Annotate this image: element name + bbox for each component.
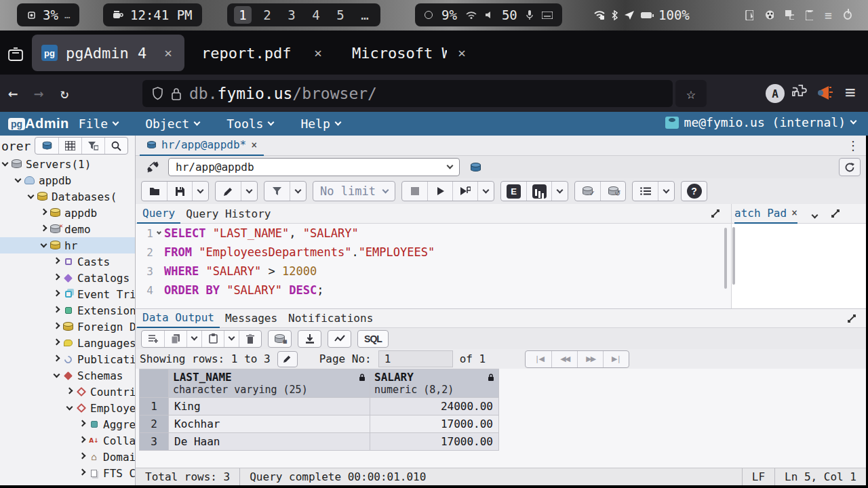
- tab-data-output[interactable]: Data Output: [137, 308, 220, 328]
- connection-select[interactable]: hr/app@appdb: [168, 158, 460, 176]
- close-icon[interactable]: ×: [251, 139, 257, 151]
- workspace-3[interactable]: 3: [283, 6, 300, 24]
- chevron-down-icon[interactable]: [15, 176, 22, 182]
- tree-item-publications[interactable]: Publications: [0, 351, 135, 367]
- page-no-input[interactable]: [378, 350, 453, 367]
- paste-menu-chevron[interactable]: [224, 331, 239, 347]
- limit-select[interactable]: No limit: [313, 181, 395, 201]
- tree-item-appdb[interactable]: appdb: [0, 172, 135, 188]
- chevron-right-icon[interactable]: [41, 208, 47, 215]
- save-data-button[interactable]: ▪: [269, 331, 291, 347]
- chevron-right-icon[interactable]: [54, 354, 60, 361]
- cell-last-name[interactable]: King: [169, 398, 370, 415]
- extension-a-badge[interactable]: A: [766, 84, 785, 103]
- explain-analyze-button[interactable]: [526, 182, 551, 201]
- open-file-button[interactable]: [142, 182, 167, 201]
- tree-item-casts[interactable]: Casts: [0, 253, 135, 270]
- kebab-menu-icon[interactable]: ⋮: [847, 138, 859, 152]
- rollback-button[interactable]: ↺: [600, 182, 625, 201]
- tree-item-hr[interactable]: hr: [0, 237, 135, 253]
- query-tool-tab[interactable]: hr/app@appdb* ×: [140, 136, 264, 156]
- row-number[interactable]: 3: [140, 433, 169, 451]
- query-tool-button[interactable]: [35, 138, 58, 154]
- macro-list-button[interactable]: [633, 182, 658, 201]
- code-line-1[interactable]: 1SELECT "LAST_NAME", "SALARY": [136, 224, 731, 243]
- copy-menu-chevron[interactable]: [186, 331, 201, 347]
- close-icon[interactable]: ×: [455, 45, 469, 61]
- chevron-right-icon[interactable]: [79, 452, 86, 459]
- chevron-down-icon[interactable]: [41, 241, 47, 247]
- chevron-right-icon[interactable]: [54, 306, 60, 312]
- tree-item-event-triggers[interactable]: Event Triggers: [0, 286, 135, 302]
- refresh-layout-button[interactable]: [839, 158, 861, 176]
- menu-tools[interactable]: Tools: [226, 117, 273, 131]
- chevron-right-icon[interactable]: [54, 338, 60, 345]
- workspace-2[interactable]: 2: [258, 6, 276, 24]
- phone-icon[interactable]: [745, 10, 753, 20]
- execute-menu-chevron[interactable]: [477, 182, 494, 201]
- tree-item-servers-1[interactable]: Servers(1): [0, 156, 135, 172]
- workspace-4[interactable]: 4: [307, 6, 325, 24]
- eol-indicator[interactable]: LF: [742, 468, 774, 486]
- chevron-right-icon[interactable]: [41, 224, 47, 231]
- cell-salary[interactable]: 17000.00: [370, 415, 499, 433]
- chevron-right-icon[interactable]: [54, 322, 60, 329]
- tree-item-schemas[interactable]: Schemas: [0, 367, 135, 384]
- tab-messages[interactable]: Messages: [220, 308, 283, 328]
- bookmark-star-button[interactable]: ☆: [675, 80, 707, 107]
- cell-salary[interactable]: 24000.00: [370, 398, 499, 415]
- chevron-down-icon[interactable]: [28, 192, 35, 199]
- code-line-2[interactable]: 2FROM "EmployeesDepartments"."EMPLOYEES": [136, 243, 731, 262]
- chevron-down-icon[interactable]: [54, 371, 60, 378]
- expand-icon[interactable]: [711, 209, 720, 218]
- menu-file[interactable]: File: [79, 117, 118, 131]
- tree-item-fts-configurations[interactable]: FTS Configurations: [0, 465, 135, 481]
- menu-help[interactable]: Help: [300, 117, 340, 131]
- first-page-button[interactable]: ❘◀: [526, 351, 551, 367]
- column-header-last-name[interactable]: LAST_NAME character varying (25): [169, 369, 370, 398]
- tree-item-domains[interactable]: ⌂Domains: [0, 449, 135, 465]
- chevron-down-icon[interactable]: [66, 403, 73, 410]
- scrollbar[interactable]: [724, 228, 727, 289]
- connection-plug-icon[interactable]: [141, 158, 164, 176]
- screenshot-icon[interactable]: [785, 10, 794, 20]
- palette-icon[interactable]: [765, 10, 774, 20]
- close-icon[interactable]: ×: [311, 45, 325, 61]
- sql-editor[interactable]: 1SELECT "LAST_NAME", "SALARY"2FROM "Empl…: [136, 224, 731, 308]
- shield-icon[interactable]: [152, 87, 163, 100]
- browser-tab-pgadmin-4[interactable]: pgpgAdmin 4×: [32, 35, 184, 71]
- cell-salary[interactable]: 17000.00: [370, 433, 499, 451]
- scratch-pad-tab[interactable]: atch Pad ×: [734, 204, 797, 224]
- forward-button[interactable]: →: [26, 84, 52, 103]
- tree-item-employeesdepartments[interactable]: EmployeesDepartments: [0, 400, 135, 416]
- edit-pencil-button[interactable]: [216, 182, 241, 201]
- expand-icon[interactable]: [831, 209, 840, 218]
- edit-menu-chevron[interactable]: [241, 182, 257, 201]
- close-icon[interactable]: ×: [161, 45, 175, 61]
- chevron-right-icon[interactable]: [79, 468, 86, 475]
- tree-item-databases[interactable]: Databases(: [0, 188, 135, 205]
- megaphone-icon[interactable]: [817, 85, 835, 101]
- browser-menu-icon[interactable]: ≡: [845, 82, 856, 102]
- tab-notifications[interactable]: Notifications: [283, 308, 378, 328]
- window-list-icon[interactable]: [8, 47, 23, 61]
- save-menu-chevron[interactable]: [192, 182, 208, 201]
- chevron-down-icon[interactable]: [812, 207, 817, 220]
- download-button[interactable]: [298, 331, 321, 347]
- clock-indicator[interactable]: 12:41 PM: [103, 3, 202, 26]
- tree-item-appdb[interactable]: appdb: [0, 205, 135, 221]
- menu-icon[interactable]: ≡: [825, 8, 832, 22]
- scratch-pad-body[interactable]: [731, 224, 866, 308]
- macro-menu-chevron[interactable]: [658, 182, 674, 201]
- grid-corner[interactable]: [140, 369, 169, 398]
- tree-item-demo[interactable]: demo: [0, 221, 135, 237]
- back-button[interactable]: ←: [0, 84, 26, 103]
- last-page-button[interactable]: ▶❘: [603, 351, 629, 367]
- extensions-puzzle-icon[interactable]: [792, 84, 810, 102]
- reload-button[interactable]: ↻: [52, 85, 77, 102]
- filtered-rows-button[interactable]: [81, 138, 104, 154]
- tree-item-extensions[interactable]: Extensions: [0, 302, 135, 319]
- cursor-position[interactable]: Ln 5, Col 1: [774, 468, 866, 486]
- new-connection-button[interactable]: [464, 158, 487, 176]
- browser-tab-report-pdf[interactable]: report.pdf×: [192, 35, 334, 71]
